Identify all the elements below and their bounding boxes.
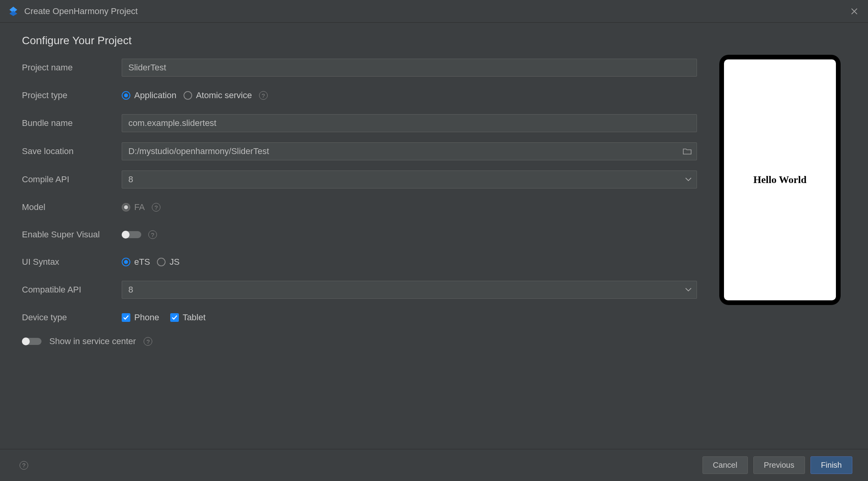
label-project-type: Project type [22,90,122,101]
row-project-type: Project type Application Atomic service … [22,87,700,104]
help-icon[interactable]: ? [20,461,28,470]
row-compile-api: Compile API 8 [22,171,700,188]
compile-api-select[interactable]: 8 [122,171,697,188]
close-icon[interactable] [848,5,860,17]
checkbox-label-tablet: Tablet [183,312,206,323]
label-enable-super-visual: Enable Super Visual [22,230,122,240]
form-area: Configure Your Project Project name Proj… [22,34,700,449]
radio-fa: FA [122,202,145,212]
footer: ? Cancel Previous Finish [0,449,868,481]
radio-atomic-service[interactable]: Atomic service [184,90,252,101]
radio-label-ets: eTS [134,257,150,267]
row-model: Model FA ? [22,199,700,216]
row-device-type: Device type Phone Tablet [22,309,700,326]
help-icon[interactable]: ? [152,203,160,212]
compile-api-value: 8 [128,174,133,184]
device-screen: Hello World [724,59,836,300]
preview-text: Hello World [753,174,807,186]
label-project-name: Project name [22,63,122,73]
label-save-location: Save location [22,146,122,156]
checkbox-tablet[interactable]: Tablet [170,312,206,323]
folder-icon[interactable] [683,148,692,155]
help-icon[interactable]: ? [148,230,157,239]
finish-button[interactable]: Finish [810,456,852,474]
radio-ets[interactable]: eTS [122,257,150,267]
row-show-in-service-center: Show in service center ? [22,336,700,346]
titlebar: Create OpenHarmony Project [0,0,868,23]
row-enable-super-visual: Enable Super Visual ? [22,226,700,243]
preview-area: Hello World [719,34,848,449]
compatible-api-value: 8 [128,285,133,294]
label-ui-syntax: UI Syntax [22,257,122,267]
help-icon[interactable]: ? [259,91,268,100]
save-location-input[interactable] [122,142,697,160]
show-in-service-center-toggle[interactable] [22,338,41,345]
radio-label-js: JS [169,257,180,267]
checkbox-label-phone: Phone [134,312,159,323]
app-icon [8,6,19,17]
radio-label-atomic-service: Atomic service [196,90,252,101]
cancel-button[interactable]: Cancel [702,456,748,474]
help-icon[interactable]: ? [144,337,152,346]
radio-label-application: Application [134,90,176,101]
page-title: Configure Your Project [22,34,700,47]
compatible-api-select[interactable]: 8 [122,281,697,299]
radio-application[interactable]: Application [122,90,176,101]
project-name-input[interactable] [122,59,697,77]
bundle-name-input[interactable] [122,114,697,132]
check-icon [122,313,130,322]
check-icon [170,313,179,322]
label-model: Model [22,202,122,212]
label-bundle-name: Bundle name [22,118,122,128]
label-compile-api: Compile API [22,174,122,185]
row-ui-syntax: UI Syntax eTS JS [22,253,700,271]
row-bundle-name: Bundle name [22,114,700,132]
enable-super-visual-toggle[interactable] [122,231,141,238]
row-compatible-api: Compatible API 8 [22,281,700,299]
label-device-type: Device type [22,312,122,323]
row-save-location: Save location [22,142,700,160]
window-title: Create OpenHarmony Project [24,6,848,16]
label-show-in-service-center: Show in service center [49,336,136,346]
checkbox-phone[interactable]: Phone [122,312,159,323]
label-compatible-api: Compatible API [22,285,122,295]
device-frame: Hello World [719,55,841,305]
radio-label-fa: FA [134,202,145,212]
radio-js[interactable]: JS [157,257,180,267]
row-project-name: Project name [22,59,700,77]
previous-button[interactable]: Previous [753,456,805,474]
